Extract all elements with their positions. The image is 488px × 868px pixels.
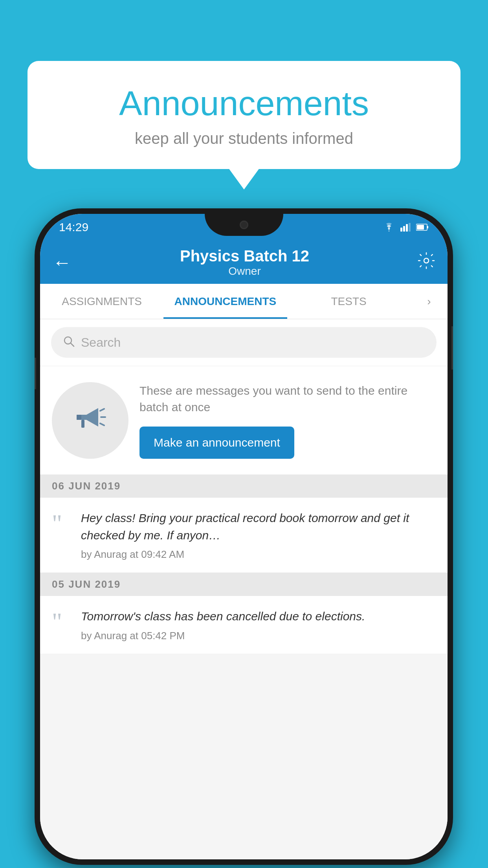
tabs-bar: ASSIGNMENTS ANNOUNCEMENTS TESTS ›: [40, 284, 448, 319]
app-bar-subtitle: Owner: [72, 265, 418, 278]
app-bar-title-wrap: Physics Batch 12 Owner: [72, 247, 418, 278]
phone-volume-button: [35, 358, 36, 389]
wifi-icon: [383, 223, 395, 232]
notch-camera: [240, 221, 248, 229]
announcement-meta-1: by Anurag at 09:42 AM: [81, 548, 436, 561]
announcement-body-1: Hey class! Bring your practical record b…: [81, 509, 436, 544]
phone-screen: 14:29: [40, 214, 448, 859]
main-content: Search: [40, 319, 448, 859]
empty-state-right: These are messages you want to send to t…: [139, 383, 436, 459]
empty-state-description: These are messages you want to send to t…: [139, 383, 436, 416]
svg-rect-12: [81, 420, 84, 428]
svg-rect-6: [417, 225, 424, 230]
tab-announcements[interactable]: ANNOUNCEMENTS: [163, 284, 287, 319]
phone-frame: 14:29: [35, 208, 453, 865]
quote-icon-1: ": [52, 511, 72, 536]
settings-icon[interactable]: [418, 252, 435, 273]
svg-rect-0: [400, 228, 402, 232]
tab-tests[interactable]: TESTS: [287, 284, 411, 319]
svg-point-7: [424, 258, 429, 263]
phone-wrap: 14:29: [35, 208, 453, 865]
svg-line-13: [100, 409, 104, 411]
status-bar: 14:29: [40, 214, 448, 241]
date-separator-1: 06 JUN 2019: [40, 474, 448, 498]
date-separator-2: 05 JUN 2019: [40, 573, 448, 596]
notch: [205, 214, 283, 236]
announcement-icon-circle: [52, 382, 128, 459]
app-bar-title: Physics Batch 12: [72, 247, 418, 265]
svg-line-9: [71, 343, 74, 346]
search-bar[interactable]: Search: [51, 327, 437, 358]
svg-rect-2: [406, 224, 408, 232]
search-placeholder: Search: [81, 335, 121, 350]
status-icons: [383, 223, 429, 232]
svg-rect-11: [77, 415, 81, 420]
app-bar: ← Physics Batch 12 Owner: [40, 241, 448, 284]
announcement-text-2: Tomorrow's class has been cancelled due …: [81, 608, 436, 642]
search-bar-wrap: Search: [40, 319, 448, 366]
svg-line-15: [100, 423, 104, 425]
battery-icon: [416, 223, 429, 231]
announcement-meta-2: by Anurag at 05:42 PM: [81, 630, 436, 642]
announcement-body-2: Tomorrow's class has been cancelled due …: [81, 608, 436, 625]
megaphone-icon: [71, 401, 110, 440]
tab-more[interactable]: ›: [411, 284, 448, 319]
svg-rect-5: [427, 226, 428, 228]
svg-rect-1: [403, 226, 405, 232]
empty-state: These are messages you want to send to t…: [40, 366, 448, 474]
signal-icon: [400, 223, 411, 232]
card-title: Announcements: [43, 85, 445, 123]
announcement-item-2[interactable]: " Tomorrow's class has been cancelled du…: [40, 596, 448, 654]
back-button[interactable]: ←: [53, 252, 72, 273]
announcement-item-1[interactable]: " Hey class! Bring your practical record…: [40, 498, 448, 573]
search-icon: [63, 334, 75, 351]
status-time: 14:29: [59, 221, 88, 234]
phone-power-button: [451, 326, 453, 370]
quote-icon-2: ": [52, 609, 72, 634]
card-subtitle: keep all your students informed: [43, 130, 445, 147]
svg-rect-3: [409, 223, 411, 232]
tab-assignments[interactable]: ASSIGNMENTS: [40, 284, 163, 319]
announcement-text-1: Hey class! Bring your practical record b…: [81, 509, 436, 561]
make-announcement-button[interactable]: Make an announcement: [139, 427, 294, 459]
announcement-card: Announcements keep all your students inf…: [28, 61, 460, 169]
